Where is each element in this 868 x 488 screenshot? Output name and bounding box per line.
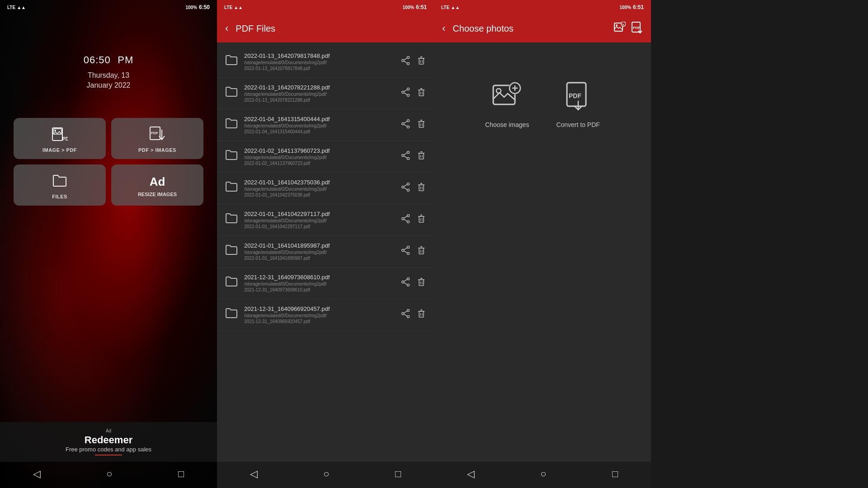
file-item[interactable]: 2021-12-31_1640966920457.pdf /storage/em…: [217, 299, 434, 331]
pdf-icon[interactable]: PDF: [631, 22, 643, 36]
svg-line-81: [404, 282, 407, 285]
svg-text:PDF: PDF: [62, 136, 68, 141]
nav-back-2[interactable]: ◁: [250, 468, 258, 480]
convert-pdf-icon: PDF: [562, 81, 594, 113]
svg-point-105: [496, 89, 501, 93]
share-button[interactable]: [401, 309, 410, 320]
share-button[interactable]: [401, 56, 410, 67]
share-button[interactable]: [401, 277, 410, 289]
svg-point-77: [407, 278, 410, 280]
svg-line-61: [404, 219, 407, 221]
file-info: 2022-01-13_1642079817848.pdf /storage/em…: [244, 52, 395, 71]
file-item[interactable]: 2022-01-04_1641315400444.pdf /storage/em…: [217, 109, 434, 141]
file-item[interactable]: 2022-01-01_1641041895987.pdf /storage/em…: [217, 236, 434, 267]
svg-point-48: [402, 186, 404, 188]
svg-point-8: [402, 60, 404, 62]
svg-point-37: [407, 151, 410, 154]
ad-badge: Ad: [9, 428, 208, 433]
add-image-icon[interactable]: +: [614, 22, 626, 36]
file-actions: [401, 151, 426, 162]
delete-button[interactable]: [417, 246, 426, 257]
share-button[interactable]: [401, 183, 410, 194]
share-button[interactable]: [401, 88, 410, 99]
nav-home-2[interactable]: ○: [323, 468, 329, 480]
share-button[interactable]: [401, 119, 410, 131]
nav-recents-2[interactable]: □: [395, 468, 401, 480]
file-item[interactable]: 2022-01-13_1642079817848.pdf /storage/em…: [217, 46, 434, 78]
delete-button[interactable]: [417, 183, 426, 194]
file-item[interactable]: 2022-01-01_1641042375036.pdf /storage/em…: [217, 173, 434, 204]
time-3: 6:51: [633, 4, 644, 10]
svg-point-17: [407, 88, 410, 90]
time-1: 6:50: [199, 4, 210, 10]
nav-back-3[interactable]: ◁: [467, 468, 475, 480]
ad-title: Redeemer: [9, 434, 208, 446]
svg-line-30: [404, 121, 407, 123]
nav-back-1[interactable]: ◁: [33, 468, 41, 480]
folder-icon: [225, 54, 238, 70]
svg-point-38: [402, 155, 404, 157]
status-bar-3: LTE ▲▲ 100% 6:51: [434, 0, 651, 14]
svg-point-57: [407, 215, 410, 217]
delete-button[interactable]: [417, 309, 426, 320]
svg-point-67: [407, 246, 410, 249]
file-info: 2022-01-01_1641041895987.pdf /storage/em…: [244, 242, 395, 261]
svg-point-68: [402, 249, 404, 252]
svg-line-60: [404, 216, 407, 218]
delete-button[interactable]: [417, 88, 426, 99]
folder-icon: [225, 85, 238, 101]
back-button-2[interactable]: ‹: [225, 23, 228, 34]
nav-home-1[interactable]: ○: [106, 468, 112, 480]
file-path2: 2022-01-01_1641042375036.pdf: [244, 192, 395, 197]
svg-point-79: [407, 284, 410, 286]
app-image-to-pdf[interactable]: PDF IMAGE > PDF: [14, 118, 106, 159]
file-item[interactable]: 2022-01-01_1641042297117.pdf /storage/em…: [217, 204, 434, 236]
file-path: /storage/emulated/0/Documents/img2pdf/: [244, 92, 395, 97]
delete-button[interactable]: [417, 151, 426, 162]
delete-button[interactable]: [417, 56, 426, 67]
file-path2: 2022-01-04_1641315400444.pdf: [244, 129, 395, 134]
choose-images-option[interactable]: Choose images: [485, 79, 529, 128]
app-resize-images[interactable]: Ad RESIZE IMAGES: [111, 164, 203, 206]
file-path2: 2022-01-02_1641137960723.pdf: [244, 161, 395, 166]
file-name: 2022-01-01_1641042297117.pdf: [244, 211, 395, 217]
app-pdf-to-images-label: PDF > IMAGES: [138, 147, 176, 153]
delete-button[interactable]: [417, 119, 426, 131]
file-actions: [401, 119, 426, 131]
share-button[interactable]: [401, 151, 410, 162]
file-item[interactable]: 2022-01-02_1641137960723.pdf /storage/em…: [217, 141, 434, 173]
folder-icon: [225, 212, 238, 228]
share-button[interactable]: [401, 246, 410, 257]
svg-text:PDF: PDF: [569, 92, 581, 99]
file-path: /storage/emulated/0/Documents/img2pdf/: [244, 60, 395, 65]
file-info: 2022-01-02_1641137960723.pdf /storage/em…: [244, 147, 395, 166]
svg-text:PDF: PDF: [151, 131, 158, 135]
svg-rect-32: [419, 122, 424, 127]
app-pdf-to-images[interactable]: PDF PDF > IMAGES: [111, 118, 203, 159]
clock-date: Thursday, 13 January 2022: [87, 70, 131, 91]
carrier-2: LTE: [224, 5, 232, 10]
share-button[interactable]: [401, 214, 410, 225]
svg-rect-22: [419, 90, 424, 96]
nav-recents-1[interactable]: □: [178, 468, 184, 480]
svg-line-41: [404, 156, 407, 158]
nav-recents-3[interactable]: □: [612, 468, 618, 480]
nav-bar-1: ◁ ○ □: [0, 462, 217, 488]
file-item[interactable]: 2022-01-13_1642078221288.pdf /storage/em…: [217, 78, 434, 109]
carrier-label: LTE: [7, 5, 15, 10]
delete-button[interactable]: [417, 214, 426, 225]
battery-3: 100%: [619, 5, 631, 10]
app-files[interactable]: FILES: [14, 164, 106, 206]
back-button-3[interactable]: ‹: [442, 23, 445, 34]
convert-to-pdf-option[interactable]: PDF Convert to PDF: [556, 79, 599, 128]
file-actions: [401, 214, 426, 225]
svg-rect-92: [419, 311, 424, 317]
file-item[interactable]: 2021-12-31_1640973608610.pdf /storage/em…: [217, 267, 434, 299]
nav-bar-3: ◁ ○ □: [434, 462, 651, 488]
nav-home-3[interactable]: ○: [540, 468, 546, 480]
battery-2: 100%: [402, 5, 414, 10]
svg-line-10: [404, 58, 407, 60]
image-to-pdf-icon: PDF: [52, 126, 68, 145]
delete-button[interactable]: [417, 277, 426, 289]
svg-point-18: [402, 91, 404, 94]
